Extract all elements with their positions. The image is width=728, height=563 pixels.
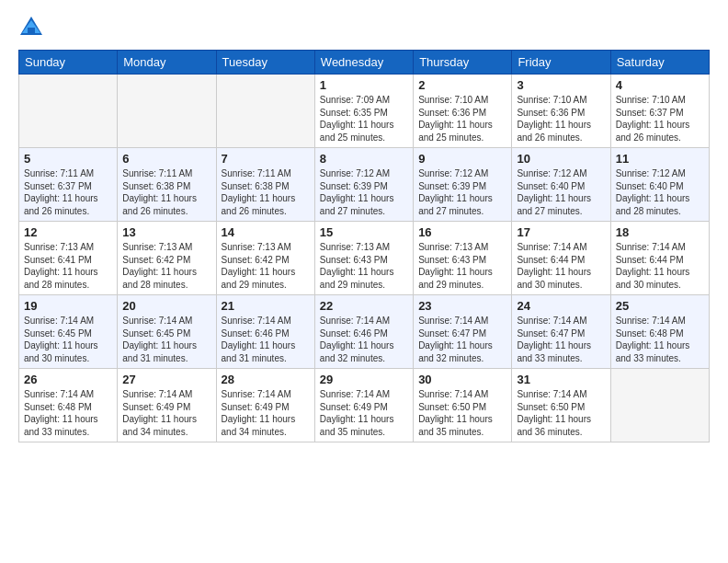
day-info: Sunrise: 7:14 AM Sunset: 6:49 PM Dayligh… [122,388,210,438]
calendar-cell: 29Sunrise: 7:14 AM Sunset: 6:49 PM Dayli… [314,369,413,442]
day-info: Sunrise: 7:13 AM Sunset: 6:42 PM Dayligh… [122,241,210,291]
calendar-cell: 7Sunrise: 7:11 AM Sunset: 6:38 PM Daylig… [216,148,314,222]
calendar-cell: 18Sunrise: 7:14 AM Sunset: 6:44 PM Dayli… [610,222,709,295]
logo [18,15,48,40]
day-info: Sunrise: 7:14 AM Sunset: 6:48 PM Dayligh… [24,388,112,438]
day-info: Sunrise: 7:14 AM Sunset: 6:45 PM Dayligh… [122,315,210,364]
calendar-cell: 11Sunrise: 7:12 AM Sunset: 6:40 PM Dayli… [610,148,709,222]
day-number: 24 [517,299,605,313]
calendar-cell: 28Sunrise: 7:14 AM Sunset: 6:49 PM Dayli… [216,369,314,442]
calendar-cell: 22Sunrise: 7:14 AM Sunset: 6:46 PM Dayli… [314,295,413,369]
calendar-header-thursday: Thursday [414,51,512,75]
calendar-cell: 14Sunrise: 7:13 AM Sunset: 6:42 PM Dayli… [216,222,314,295]
calendar-cell [118,75,216,148]
day-number: 16 [418,225,506,239]
day-number: 12 [24,225,112,239]
day-number: 26 [24,373,112,386]
day-number: 6 [122,152,210,166]
calendar-cell: 2Sunrise: 7:10 AM Sunset: 6:36 PM Daylig… [414,75,512,148]
calendar-week-3: 12Sunrise: 7:13 AM Sunset: 6:41 PM Dayli… [19,222,710,295]
day-info: Sunrise: 7:12 AM Sunset: 6:39 PM Dayligh… [320,167,408,217]
day-number: 25 [616,299,704,313]
calendar-week-2: 5Sunrise: 7:11 AM Sunset: 6:37 PM Daylig… [19,148,710,222]
day-info: Sunrise: 7:11 AM Sunset: 6:38 PM Dayligh… [122,167,210,217]
calendar-cell: 21Sunrise: 7:14 AM Sunset: 6:46 PM Dayli… [216,295,314,369]
day-number: 8 [320,152,408,166]
calendar-header-saturday: Saturday [610,51,709,75]
calendar-cell: 24Sunrise: 7:14 AM Sunset: 6:47 PM Dayli… [512,295,610,369]
calendar-cell: 10Sunrise: 7:12 AM Sunset: 6:40 PM Dayli… [512,148,610,222]
calendar-cell: 16Sunrise: 7:13 AM Sunset: 6:43 PM Dayli… [414,222,512,295]
day-info: Sunrise: 7:14 AM Sunset: 6:44 PM Dayligh… [517,241,605,291]
day-info: Sunrise: 7:12 AM Sunset: 6:40 PM Dayligh… [616,167,704,217]
day-info: Sunrise: 7:14 AM Sunset: 6:47 PM Dayligh… [517,315,605,364]
calendar-cell: 4Sunrise: 7:10 AM Sunset: 6:37 PM Daylig… [610,75,709,148]
day-number: 28 [222,373,310,386]
header [18,15,710,40]
calendar-cell: 25Sunrise: 7:14 AM Sunset: 6:48 PM Dayli… [610,295,709,369]
day-info: Sunrise: 7:09 AM Sunset: 6:35 PM Dayligh… [320,94,408,144]
day-info: Sunrise: 7:10 AM Sunset: 6:37 PM Dayligh… [616,94,704,144]
calendar-header-sunday: Sunday [19,51,118,75]
day-number: 22 [320,299,408,313]
day-number: 29 [320,373,408,386]
day-info: Sunrise: 7:14 AM Sunset: 6:47 PM Dayligh… [418,315,506,364]
calendar-header-wednesday: Wednesday [314,51,413,75]
day-info: Sunrise: 7:13 AM Sunset: 6:41 PM Dayligh… [24,241,112,291]
day-info: Sunrise: 7:14 AM Sunset: 6:49 PM Dayligh… [320,388,408,438]
day-info: Sunrise: 7:12 AM Sunset: 6:40 PM Dayligh… [517,167,605,217]
day-number: 2 [418,78,506,92]
calendar-cell: 27Sunrise: 7:14 AM Sunset: 6:49 PM Dayli… [118,369,216,442]
calendar-cell: 9Sunrise: 7:12 AM Sunset: 6:39 PM Daylig… [414,148,512,222]
calendar-cell: 23Sunrise: 7:14 AM Sunset: 6:47 PM Dayli… [414,295,512,369]
calendar-cell: 13Sunrise: 7:13 AM Sunset: 6:42 PM Dayli… [118,222,216,295]
logo-icon [18,15,44,40]
day-info: Sunrise: 7:13 AM Sunset: 6:42 PM Dayligh… [222,241,310,291]
day-info: Sunrise: 7:14 AM Sunset: 6:45 PM Dayligh… [24,315,112,364]
day-number: 1 [320,78,408,92]
calendar-header-monday: Monday [118,51,216,75]
calendar-cell: 17Sunrise: 7:14 AM Sunset: 6:44 PM Dayli… [512,222,610,295]
day-info: Sunrise: 7:14 AM Sunset: 6:50 PM Dayligh… [517,388,605,438]
day-number: 10 [517,152,605,166]
calendar-week-4: 19Sunrise: 7:14 AM Sunset: 6:45 PM Dayli… [19,295,710,369]
day-number: 21 [222,299,310,313]
calendar-cell: 8Sunrise: 7:12 AM Sunset: 6:39 PM Daylig… [314,148,413,222]
calendar-cell: 20Sunrise: 7:14 AM Sunset: 6:45 PM Dayli… [118,295,216,369]
calendar-table: SundayMondayTuesdayWednesdayThursdayFrid… [18,50,710,442]
day-number: 30 [418,373,506,386]
calendar-cell: 19Sunrise: 7:14 AM Sunset: 6:45 PM Dayli… [19,295,118,369]
calendar-week-1: 1Sunrise: 7:09 AM Sunset: 6:35 PM Daylig… [19,75,710,148]
calendar-header-friday: Friday [512,51,610,75]
day-info: Sunrise: 7:10 AM Sunset: 6:36 PM Dayligh… [517,94,605,144]
calendar-cell [610,369,709,442]
day-number: 13 [122,225,210,239]
day-number: 17 [517,225,605,239]
day-info: Sunrise: 7:14 AM Sunset: 6:48 PM Dayligh… [616,315,704,364]
day-number: 23 [418,299,506,313]
calendar-week-5: 26Sunrise: 7:14 AM Sunset: 6:48 PM Dayli… [19,369,710,442]
day-number: 15 [320,225,408,239]
calendar-cell: 26Sunrise: 7:14 AM Sunset: 6:48 PM Dayli… [19,369,118,442]
calendar-cell: 3Sunrise: 7:10 AM Sunset: 6:36 PM Daylig… [512,75,610,148]
day-number: 7 [222,152,310,166]
calendar-header-tuesday: Tuesday [216,51,314,75]
calendar-cell: 31Sunrise: 7:14 AM Sunset: 6:50 PM Dayli… [512,369,610,442]
day-info: Sunrise: 7:14 AM Sunset: 6:46 PM Dayligh… [320,315,408,364]
day-info: Sunrise: 7:11 AM Sunset: 6:37 PM Dayligh… [24,167,112,217]
day-info: Sunrise: 7:13 AM Sunset: 6:43 PM Dayligh… [320,241,408,291]
calendar-cell: 12Sunrise: 7:13 AM Sunset: 6:41 PM Dayli… [19,222,118,295]
calendar-cell: 1Sunrise: 7:09 AM Sunset: 6:35 PM Daylig… [314,75,413,148]
day-number: 4 [616,78,704,92]
day-info: Sunrise: 7:14 AM Sunset: 6:49 PM Dayligh… [222,388,310,438]
day-info: Sunrise: 7:11 AM Sunset: 6:38 PM Dayligh… [222,167,310,217]
day-number: 19 [24,299,112,313]
calendar-cell: 6Sunrise: 7:11 AM Sunset: 6:38 PM Daylig… [118,148,216,222]
day-info: Sunrise: 7:14 AM Sunset: 6:44 PM Dayligh… [616,241,704,291]
calendar-cell: 5Sunrise: 7:11 AM Sunset: 6:37 PM Daylig… [19,148,118,222]
day-number: 11 [616,152,704,166]
day-number: 5 [24,152,112,166]
calendar-cell [19,75,118,148]
page: SundayMondayTuesdayWednesdayThursdayFrid… [0,0,728,563]
day-number: 14 [222,225,310,239]
